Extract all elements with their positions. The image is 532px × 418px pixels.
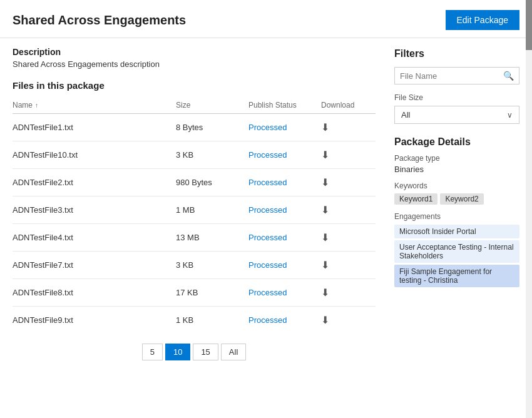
file-size-cell: 1 MB xyxy=(176,196,248,224)
keywords-label: Keywords xyxy=(394,181,519,190)
page-button-all[interactable]: All xyxy=(221,344,246,360)
file-status-cell: Processed xyxy=(248,169,321,196)
file-size-dropdown[interactable]: All ∨ xyxy=(394,106,519,124)
description-text: Shared Across Engagements description xyxy=(13,59,376,69)
file-size-cell: 1 KB xyxy=(176,307,248,334)
file-download-cell[interactable]: ⬇ xyxy=(321,169,376,196)
download-icon[interactable]: ⬇ xyxy=(321,121,329,133)
file-status-cell: Processed xyxy=(248,307,321,334)
filters-title: Filters xyxy=(394,48,519,59)
search-icon: 🔍 xyxy=(503,71,514,81)
table-header-row: Name ↑ Size Publish Status Download xyxy=(13,97,376,114)
file-status-cell: Processed xyxy=(248,252,321,279)
download-icon[interactable]: ⬇ xyxy=(321,287,329,298)
description-section: Description Shared Across Engagements de… xyxy=(13,38,376,75)
file-name-search-input[interactable] xyxy=(400,71,503,81)
page-button-10[interactable]: 10 xyxy=(165,344,190,360)
table-row: ADNTestFile2.txt 980 Bytes Processed ⬇ xyxy=(13,169,376,196)
file-download-cell[interactable]: ⬇ xyxy=(321,141,376,169)
file-status-cell: Processed xyxy=(248,141,321,169)
file-download-cell[interactable]: ⬇ xyxy=(321,114,376,141)
file-download-cell[interactable]: ⬇ xyxy=(321,279,376,307)
left-panel: Description Shared Across Engagements de… xyxy=(13,38,394,418)
package-type-section: Package type Binaries xyxy=(394,154,519,174)
engagement-item: Fiji Sample Engagement for testing - Chr… xyxy=(394,265,519,287)
file-status-cell: Processed xyxy=(248,196,321,224)
col-header-status: Publish Status xyxy=(248,97,321,114)
search-box[interactable]: 🔍 xyxy=(394,67,519,84)
file-name-cell: ADNTestFile1.txt xyxy=(13,114,176,141)
download-icon[interactable]: ⬇ xyxy=(321,204,329,216)
files-title: Files in this package xyxy=(13,80,376,91)
file-size-cell: 8 Bytes xyxy=(176,114,248,141)
header: Shared Across Engagements Edit Package xyxy=(0,0,532,38)
edit-package-button[interactable]: Edit Package xyxy=(446,10,520,30)
engagements-label: Engagements xyxy=(394,212,519,221)
file-name-cell: ADNTestFile2.txt xyxy=(13,169,176,196)
file-name-cell: ADNTestFile4.txt xyxy=(13,224,176,252)
file-size-cell: 3 KB xyxy=(176,141,248,169)
download-icon[interactable]: ⬇ xyxy=(321,149,329,161)
download-icon[interactable]: ⬇ xyxy=(321,259,329,271)
col-header-size: Size xyxy=(176,97,248,114)
file-name-cell: ADNTestFile3.txt xyxy=(13,196,176,224)
file-size-cell: 13 MB xyxy=(176,224,248,252)
page-button-5[interactable]: 5 xyxy=(142,344,163,360)
col-header-name: Name ↑ xyxy=(13,97,176,114)
sort-asc-icon[interactable]: ↑ xyxy=(35,102,38,109)
right-panel: Filters 🔍 File Size All ∨ Package Detail… xyxy=(394,38,519,418)
keywords-row: Keyword1Keyword2 xyxy=(394,193,519,205)
engagements-section: Engagements Microsoft Insider PortalUser… xyxy=(394,212,519,287)
package-type-value: Binaries xyxy=(394,165,519,174)
download-icon[interactable]: ⬇ xyxy=(321,176,329,188)
table-row: ADNTestFile8.txt 17 KB Processed ⬇ xyxy=(13,279,376,307)
table-row: ADNTestFile1.txt 8 Bytes Processed ⬇ xyxy=(13,114,376,141)
file-download-cell[interactable]: ⬇ xyxy=(321,307,376,334)
files-table: Name ↑ Size Publish Status Download ADNT… xyxy=(13,97,376,334)
file-size-value: All xyxy=(401,110,410,120)
file-status-cell: Processed xyxy=(248,224,321,252)
file-name-cell: ADNTestFile9.txt xyxy=(13,307,176,334)
table-row: ADNTestFile9.txt 1 KB Processed ⬇ xyxy=(13,307,376,334)
table-row: ADNTestFile3.txt 1 MB Processed ⬇ xyxy=(13,196,376,224)
description-label: Description xyxy=(13,47,376,57)
files-tbody: ADNTestFile1.txt 8 Bytes Processed ⬇ ADN… xyxy=(13,114,376,334)
package-type-label: Package type xyxy=(394,154,519,163)
page-container: Shared Across Engagements Edit Package D… xyxy=(0,0,532,418)
keywords-section: Keywords Keyword1Keyword2 xyxy=(394,181,519,205)
scrollbar-track[interactable] xyxy=(526,0,532,418)
page-title: Shared Across Engagements xyxy=(13,13,186,28)
page-button-15[interactable]: 15 xyxy=(193,344,218,360)
col-header-download: Download xyxy=(321,97,376,114)
file-size-cell: 3 KB xyxy=(176,252,248,279)
file-download-cell[interactable]: ⬇ xyxy=(321,196,376,224)
main-content: Description Shared Across Engagements de… xyxy=(0,38,532,418)
pagination: 51015All xyxy=(13,334,376,367)
package-details-title: Package Details xyxy=(394,136,519,148)
keyword-tag: Keyword2 xyxy=(440,193,483,205)
file-download-cell[interactable]: ⬇ xyxy=(321,224,376,252)
table-row: ADNTestFile7.txt 3 KB Processed ⬇ xyxy=(13,252,376,279)
engagement-item: Microsoft Insider Portal xyxy=(394,225,519,238)
table-row: ADNTestFile10.txt 3 KB Processed ⬇ xyxy=(13,141,376,169)
engagement-item: User Acceptance Testing - Internal Stake… xyxy=(394,240,519,263)
keyword-tag: Keyword1 xyxy=(394,193,437,205)
scrollbar-thumb[interactable] xyxy=(526,0,532,50)
file-download-cell[interactable]: ⬇ xyxy=(321,252,376,279)
files-section: Files in this package Name ↑ Size Publ xyxy=(13,75,376,367)
chevron-down-icon: ∨ xyxy=(507,111,513,120)
download-icon[interactable]: ⬇ xyxy=(321,314,329,326)
table-row: ADNTestFile4.txt 13 MB Processed ⬇ xyxy=(13,224,376,252)
file-status-cell: Processed xyxy=(248,114,321,141)
file-name-cell: ADNTestFile7.txt xyxy=(13,252,176,279)
download-icon[interactable]: ⬇ xyxy=(321,232,329,243)
file-size-cell: 17 KB xyxy=(176,279,248,307)
file-size-label: File Size xyxy=(394,93,519,102)
engagements-list: Microsoft Insider PortalUser Acceptance … xyxy=(394,225,519,287)
file-size-cell: 980 Bytes xyxy=(176,169,248,196)
file-name-cell: ADNTestFile10.txt xyxy=(13,141,176,169)
file-name-cell: ADNTestFile8.txt xyxy=(13,279,176,307)
file-status-cell: Processed xyxy=(248,279,321,307)
